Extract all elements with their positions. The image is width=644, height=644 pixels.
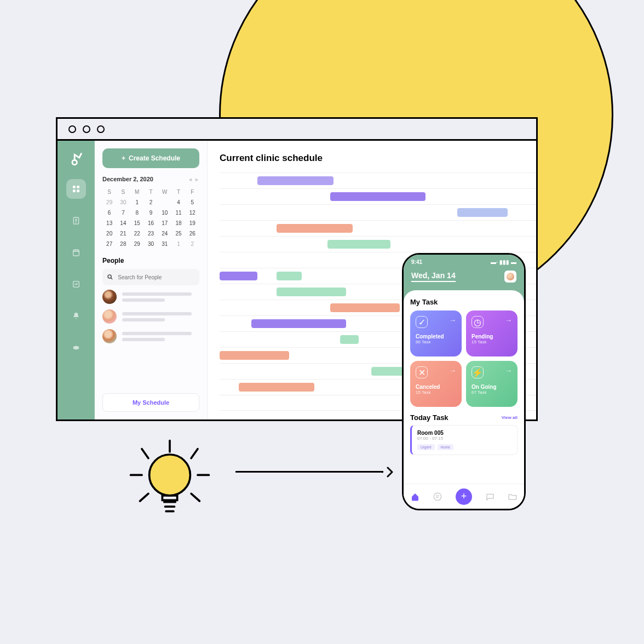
avatar <box>102 290 117 304</box>
task-item[interactable]: Room 005 07:00 - 07:15 Urgent Home <box>410 425 518 455</box>
nav-notifications[interactable] <box>66 306 86 326</box>
window-control-dot[interactable] <box>97 125 105 133</box>
cancel-icon: ✕ <box>416 366 428 378</box>
card-subtitle: 15 Task <box>416 390 456 395</box>
schedule-bar[interactable] <box>251 319 346 328</box>
window-control-dot[interactable] <box>68 125 76 133</box>
person-skeleton <box>122 292 199 302</box>
sidebar <box>58 141 95 419</box>
task-tags: Urgent Home <box>417 444 511 450</box>
person-row[interactable] <box>102 309 199 324</box>
tag: Urgent <box>417 444 435 450</box>
calendar-nav-arrows[interactable]: ◂ ▸ <box>189 176 199 182</box>
nav-home-icon[interactable] <box>410 492 420 502</box>
people-header: People <box>102 257 199 264</box>
person-skeleton <box>122 332 199 341</box>
phone-statusbar: 9:41 ▬◦ ▮▮▮ ▬ <box>404 255 524 265</box>
person-row[interactable] <box>102 290 199 304</box>
today-task-row: Today Task View all <box>410 413 518 422</box>
arrow-right-icon: → <box>449 366 456 375</box>
nav-settings[interactable] <box>66 338 86 358</box>
schedule-bar[interactable] <box>277 272 302 280</box>
arrow-right-icon: → <box>505 316 512 324</box>
phone-date[interactable]: Wed, Jan 14 <box>411 271 456 282</box>
svg-line-12 <box>191 449 198 458</box>
svg-rect-3 <box>73 189 76 192</box>
avatar-icon <box>507 273 514 280</box>
schedule-bar[interactable] <box>327 240 391 249</box>
avatar <box>102 309 117 324</box>
plus-icon: + <box>122 154 125 162</box>
schedule-bar[interactable] <box>277 224 353 233</box>
schedule-bar[interactable] <box>330 303 400 312</box>
gear-icon <box>72 343 81 352</box>
arrow-line <box>235 471 383 473</box>
my-task-header: My Task <box>410 298 518 306</box>
avatar <box>102 329 117 343</box>
svg-point-9 <box>434 493 442 501</box>
schedule-bar[interactable] <box>457 208 508 217</box>
create-schedule-label: Create Schedule <box>129 154 180 162</box>
svg-point-0 <box>72 160 77 165</box>
schedule-bar[interactable] <box>330 192 425 201</box>
person-skeleton <box>122 312 199 321</box>
schedule-bar[interactable] <box>239 383 315 392</box>
create-schedule-button[interactable]: + Create Schedule <box>102 148 199 168</box>
calendar-icon <box>72 248 81 257</box>
nav-dashboard[interactable] <box>66 179 86 199</box>
task-title: Room 005 <box>417 430 511 436</box>
nav-folder-icon[interactable] <box>508 492 518 502</box>
schedule-bar[interactable] <box>340 335 359 344</box>
search-input[interactable] <box>118 274 195 280</box>
card-title: Completed <box>416 334 456 340</box>
calendar-header: December 2, 2020 ◂ ▸ <box>102 176 199 182</box>
svg-line-16 <box>191 493 199 501</box>
phone-avatar[interactable] <box>504 271 516 283</box>
svg-rect-4 <box>77 189 79 192</box>
my-schedule-button[interactable]: My Schedule <box>102 393 199 412</box>
calendar-month-label: December 2, 2020 <box>102 176 153 182</box>
view-all-link[interactable]: View all <box>502 415 518 420</box>
nav-calendar[interactable] <box>66 243 86 262</box>
phone-bottom-nav: + <box>404 484 524 509</box>
nav-chat-icon[interactable] <box>485 492 495 502</box>
canceled-card[interactable]: → ✕ Canceled 15 Task <box>410 361 462 407</box>
bell-icon <box>72 312 81 320</box>
page-title: Current clinic schedule <box>220 153 536 164</box>
schedule-bar[interactable] <box>277 288 346 296</box>
today-task-header: Today Task <box>410 413 449 422</box>
people-search[interactable] <box>102 269 199 285</box>
card-title: Pending <box>472 334 512 340</box>
svg-line-11 <box>142 449 148 458</box>
person-row[interactable] <box>102 329 199 343</box>
tag: Home <box>438 444 453 450</box>
svg-rect-2 <box>77 186 79 188</box>
browser-titlebar <box>58 119 536 141</box>
mini-calendar[interactable]: SSMTWTF293012345678910111213141516171819… <box>102 187 199 249</box>
card-subtitle: 86 Task <box>416 340 456 344</box>
card-title: Canceled <box>416 384 456 390</box>
clock-icon: ◷ <box>472 316 484 328</box>
window-control-dot[interactable] <box>83 125 90 133</box>
arrow-right-icon: → <box>449 316 456 324</box>
fab-add-button[interactable]: + <box>456 488 472 505</box>
svg-rect-1 <box>73 186 76 188</box>
schedule-bar[interactable] <box>257 176 334 185</box>
completed-card[interactable]: → ✓ Completed 86 Task <box>410 311 462 357</box>
ongoing-card[interactable]: → ⚡ On Going 67 Task <box>466 361 518 407</box>
nav-documents[interactable] <box>66 211 86 231</box>
task-time: 07:00 - 07:15 <box>417 436 511 441</box>
phone-mockup: 9:41 ▬◦ ▮▮▮ ▬ Wed, Jan 14 My Task → ✓ Co… <box>402 253 526 510</box>
schedule-bar[interactable] <box>220 351 289 360</box>
pending-card[interactable]: → ◷ Pending 15 Task <box>466 311 518 357</box>
lightbulb-icon <box>123 436 216 529</box>
arrow-right-icon <box>380 465 393 479</box>
status-indicators-icon: ▬◦ ▮▮▮ ▬ <box>491 259 516 265</box>
card-subtitle: 67 Task <box>472 390 512 395</box>
schedule-bar[interactable] <box>220 272 257 280</box>
nav-list-icon[interactable] <box>433 492 442 502</box>
svg-point-8 <box>108 275 111 278</box>
nav-board[interactable] <box>66 274 86 294</box>
document-icon <box>72 216 81 225</box>
grid-icon <box>72 185 81 193</box>
